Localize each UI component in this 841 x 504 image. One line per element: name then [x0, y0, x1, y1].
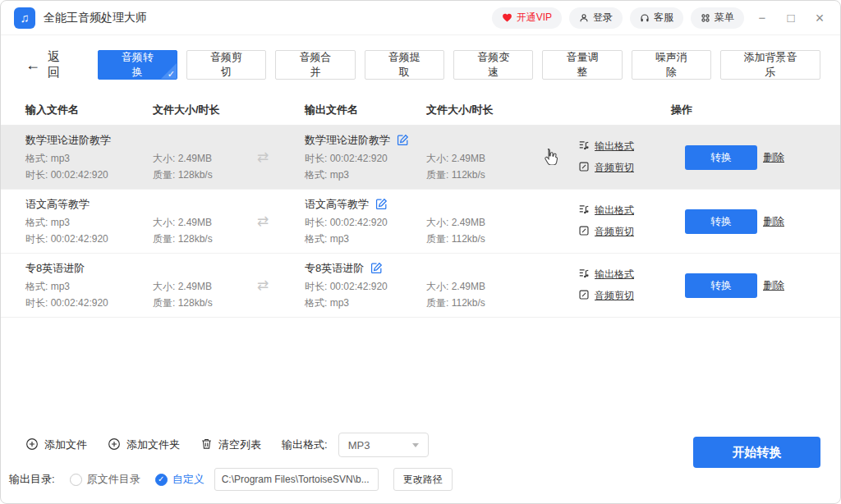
- start-convert-button[interactable]: 开始转换: [693, 437, 820, 468]
- delete-link[interactable]: 删除: [763, 279, 784, 291]
- tab-noise-removal[interactable]: 噪声消除: [632, 50, 711, 80]
- delete-link[interactable]: 删除: [763, 215, 784, 227]
- input-size-cell: 大小: 2.49MB 质量: 128kb/s: [153, 152, 254, 181]
- menu-button[interactable]: 菜单: [691, 7, 744, 29]
- output-format-link[interactable]: 输出格式: [578, 140, 634, 153]
- app-logo-icon: ♫: [14, 7, 35, 29]
- row-operations: 输出格式 音频剪切: [578, 268, 634, 303]
- table-row[interactable]: 数学理论进阶教学 格式: mp3 时长: 00:02:42:920 大小: 2.…: [1, 126, 840, 190]
- output-path-input[interactable]: [214, 468, 379, 491]
- tab-audio-cut[interactable]: 音频剪切: [186, 50, 266, 80]
- convert-button[interactable]: 转换: [685, 273, 757, 298]
- input-file-name: 数学理论进阶教学: [25, 134, 153, 147]
- output-file-cell: 语文高等教学 时长: 00:02:42:920 格式: mp3: [305, 198, 426, 245]
- input-file-size: 大小: 2.49MB: [153, 216, 254, 229]
- tab-bar: ← 返回 音频转换 音频剪切 音频合并 音频提取 音频变速 音量调整 噪声消除 …: [1, 35, 840, 94]
- row-operations: 输出格式 音频剪切: [578, 204, 634, 239]
- edit-output-name-icon[interactable]: [370, 262, 383, 274]
- output-format-label: 输出格式:: [282, 438, 328, 452]
- audio-cut-icon: [578, 289, 590, 303]
- output-size-cell: 大小: 2.49MB 质量: 112kb/s: [426, 280, 525, 309]
- user-icon: [579, 13, 589, 23]
- output-file-quality: 质量: 112kb/s: [426, 168, 525, 181]
- headset-icon: [640, 13, 650, 23]
- service-label: 客服: [654, 11, 673, 25]
- output-file-cell: 专8英语进阶 时长: 00:02:42:920 格式: mp3: [305, 262, 426, 309]
- radio-checked-icon: [155, 474, 168, 486]
- content-spacer: [1, 318, 840, 429]
- output-file-quality: 质量: 112kb/s: [426, 232, 525, 245]
- custom-dir-radio[interactable]: 自定义: [155, 472, 205, 487]
- output-file-size: 大小: 2.49MB: [426, 280, 525, 293]
- output-file-name: 数学理论进阶教学: [305, 134, 390, 147]
- titlebar: ♫ 全能王音频处理大师 开通VIP 登录 客服 菜单 − □ ×: [1, 1, 840, 35]
- col-header-output-size: 文件大小/时长: [426, 103, 578, 117]
- swap-arrows-icon: ⇄: [254, 149, 269, 166]
- close-button[interactable]: ×: [809, 7, 830, 29]
- audio-cut-link[interactable]: 音频剪切: [578, 225, 634, 239]
- convert-button[interactable]: 转换: [685, 209, 757, 234]
- input-file-duration: 时长: 00:02:42:920: [25, 168, 153, 181]
- output-format-icon: [578, 268, 590, 282]
- input-file-cell: 语文高等教学 格式: mp3 时长: 00:02:42:920: [25, 198, 153, 245]
- original-dir-radio[interactable]: 原文件目录: [70, 472, 140, 487]
- output-file-size: 大小: 2.49MB: [426, 216, 525, 229]
- audio-cut-link[interactable]: 音频剪切: [578, 289, 634, 303]
- radio-unchecked-icon: [70, 474, 82, 486]
- app-title: 全能王音频处理大师: [44, 11, 147, 25]
- input-file-duration: 时长: 00:02:42:920: [25, 232, 153, 245]
- app-window: ♫ 全能王音频处理大师 开通VIP 登录 客服 菜单 − □ ×: [0, 0, 841, 504]
- input-file-quality: 质量: 128kb/s: [153, 168, 254, 181]
- output-dir-label: 输出目录:: [9, 472, 55, 487]
- open-vip-button[interactable]: 开通VIP: [492, 7, 562, 29]
- minimize-button[interactable]: −: [751, 7, 773, 29]
- add-folder-button[interactable]: 添加文件夹: [108, 438, 180, 453]
- plus-circle-icon: [25, 438, 39, 453]
- output-format-link[interactable]: 输出格式: [578, 204, 634, 218]
- add-file-button[interactable]: 添加文件: [25, 438, 87, 453]
- plus-circle-icon: [108, 438, 121, 453]
- table-row[interactable]: 语文高等教学 格式: mp3 时长: 00:02:42:920 大小: 2.49…: [1, 190, 840, 254]
- back-button[interactable]: ← 返回: [25, 49, 71, 80]
- tab-list: 音频转换 音频剪切 音频合并 音频提取 音频变速 音量调整 噪声消除 添加背景音…: [98, 50, 820, 80]
- output-format-select[interactable]: MP3: [338, 433, 429, 457]
- output-file-quality: 质量: 112kb/s: [426, 296, 525, 309]
- vip-heart-icon: [502, 12, 512, 23]
- input-file-format: 格式: mp3: [25, 152, 153, 165]
- music-note-glyph: ♫: [20, 11, 29, 25]
- clear-list-button[interactable]: 清空列表: [200, 438, 261, 452]
- col-header-actions: 操作: [578, 103, 840, 117]
- tab-audio-merge[interactable]: 音频合并: [275, 50, 355, 80]
- input-file-name: 专8英语进阶: [25, 262, 153, 275]
- tab-audio-speed[interactable]: 音频变速: [453, 50, 533, 80]
- maximize-button[interactable]: □: [780, 7, 802, 29]
- input-file-quality: 质量: 128kb/s: [153, 232, 254, 245]
- edit-output-name-icon[interactable]: [375, 198, 388, 210]
- grid-menu-icon: [701, 13, 710, 23]
- menu-label: 菜单: [715, 11, 734, 25]
- tab-audio-extract[interactable]: 音频提取: [365, 50, 444, 80]
- output-format-link[interactable]: 输出格式: [578, 268, 634, 282]
- output-format-value: MP3: [348, 439, 370, 451]
- tab-add-bgm[interactable]: 添加背景音乐: [720, 50, 820, 80]
- change-path-button[interactable]: 更改路径: [393, 468, 453, 491]
- output-file-name: 语文高等教学: [305, 198, 369, 211]
- tab-audio-convert[interactable]: 音频转换: [98, 50, 177, 80]
- table-row[interactable]: 专8英语进阶 格式: mp3 时长: 00:02:42:920 大小: 2.49…: [1, 254, 840, 318]
- customer-service-button[interactable]: 客服: [630, 7, 683, 29]
- audio-cut-link[interactable]: 音频剪切: [578, 161, 634, 175]
- input-file-cell: 数学理论进阶教学 格式: mp3 时长: 00:02:42:920: [25, 134, 153, 181]
- output-file-format: 格式: mp3: [305, 296, 426, 309]
- back-label: 返回: [48, 49, 71, 80]
- output-file-name: 专8英语进阶: [305, 262, 364, 275]
- login-label: 登录: [593, 11, 613, 25]
- delete-link[interactable]: 删除: [763, 151, 784, 163]
- input-file-name: 语文高等教学: [25, 198, 153, 211]
- tab-volume-adjust[interactable]: 音量调整: [542, 50, 622, 80]
- login-button[interactable]: 登录: [569, 7, 623, 29]
- edit-output-name-icon[interactable]: [397, 134, 409, 146]
- output-file-duration: 时长: 00:02:42:920: [305, 152, 426, 165]
- input-size-cell: 大小: 2.49MB 质量: 128kb/s: [153, 280, 254, 309]
- convert-button[interactable]: 转换: [685, 145, 757, 170]
- output-size-cell: 大小: 2.49MB 质量: 112kb/s: [426, 152, 525, 181]
